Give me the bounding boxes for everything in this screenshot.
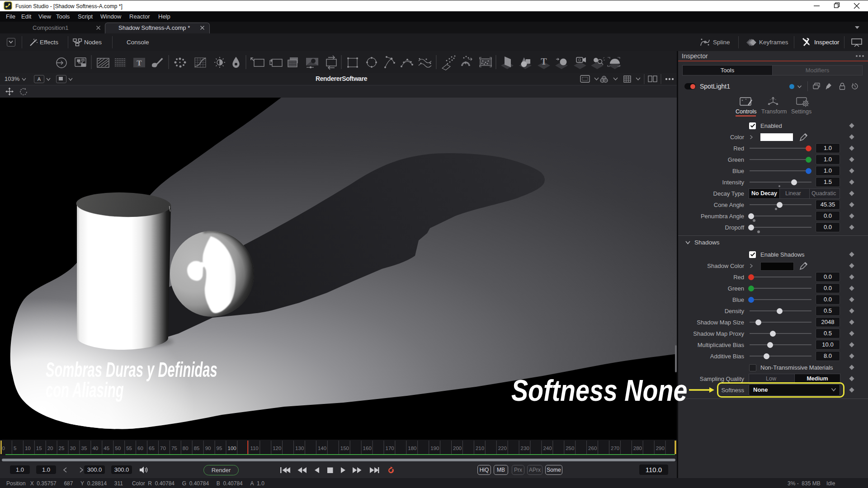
svg-text:170: 170 <box>386 446 394 451</box>
svg-text:60: 60 <box>137 446 143 451</box>
svg-text:55: 55 <box>126 446 132 451</box>
svg-text:10: 10 <box>25 446 31 451</box>
svg-text:40: 40 <box>92 446 98 451</box>
svg-text:290: 290 <box>656 446 665 451</box>
svg-text:240: 240 <box>543 446 552 451</box>
svg-text:T: T <box>541 56 547 66</box>
svg-text:70: 70 <box>160 446 166 451</box>
svg-text:150: 150 <box>340 446 349 451</box>
svg-text:130: 130 <box>295 446 304 451</box>
svg-text:250: 250 <box>566 446 574 451</box>
svg-text:140: 140 <box>318 446 326 451</box>
svg-text:45: 45 <box>104 446 109 451</box>
svg-text:200: 200 <box>453 446 462 451</box>
svg-text:T: T <box>137 59 142 67</box>
svg-text:50: 50 <box>115 446 121 451</box>
svg-text:35: 35 <box>81 446 87 451</box>
svg-text:85: 85 <box>194 446 200 451</box>
svg-text:220: 220 <box>498 446 507 451</box>
svg-text:110: 110 <box>250 446 258 451</box>
svg-text:30: 30 <box>70 446 76 451</box>
svg-text:280: 280 <box>633 446 642 451</box>
svg-text:270: 270 <box>611 446 619 451</box>
svg-text:120: 120 <box>273 446 281 451</box>
svg-text:65: 65 <box>149 446 155 451</box>
svg-text:75: 75 <box>171 446 177 451</box>
svg-text:5: 5 <box>14 446 16 451</box>
svg-text:95: 95 <box>217 446 222 451</box>
svg-text:90: 90 <box>205 446 211 451</box>
svg-text:210: 210 <box>476 446 484 451</box>
svg-text:260: 260 <box>588 446 597 451</box>
svg-text:20: 20 <box>47 446 53 451</box>
svg-text:230: 230 <box>521 446 529 451</box>
svg-text:100: 100 <box>228 446 236 451</box>
svg-text:80: 80 <box>183 446 189 451</box>
svg-text:15: 15 <box>36 446 42 451</box>
svg-text:180: 180 <box>408 446 416 451</box>
svg-text:160: 160 <box>363 446 372 451</box>
svg-text:25: 25 <box>59 446 65 451</box>
svg-text:190: 190 <box>430 446 439 451</box>
svg-text:0: 0 <box>2 446 5 451</box>
